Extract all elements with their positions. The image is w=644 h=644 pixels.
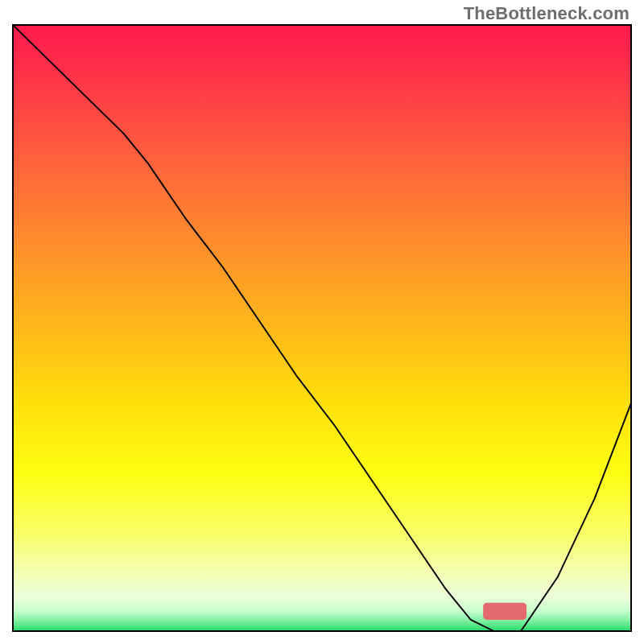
curve-path xyxy=(12,24,632,632)
plot-area xyxy=(12,24,632,632)
chart-root: TheBottleneck.com xyxy=(0,0,644,644)
optimal-marker xyxy=(483,603,526,620)
watermark-text: TheBottleneck.com xyxy=(464,3,630,24)
bottleneck-curve xyxy=(12,24,632,632)
